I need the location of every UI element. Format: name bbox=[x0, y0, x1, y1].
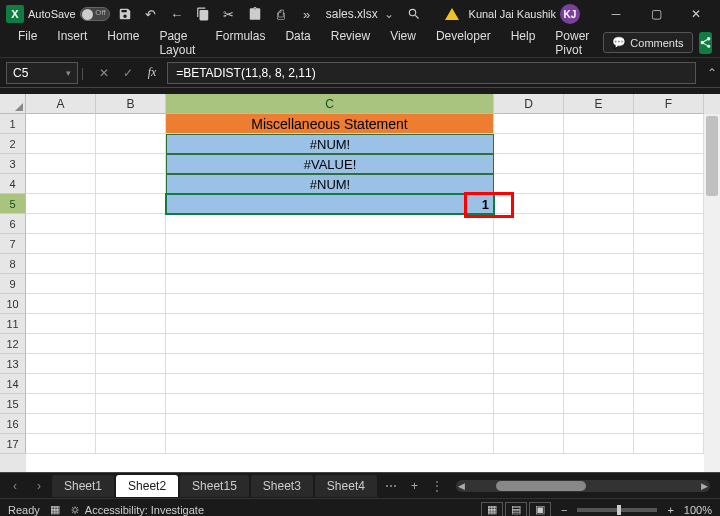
cell-C3[interactable]: #VALUE! bbox=[166, 154, 494, 174]
cell-F9[interactable] bbox=[634, 274, 704, 294]
cell-F2[interactable] bbox=[634, 134, 704, 154]
row-header-10[interactable]: 10 bbox=[0, 294, 26, 314]
cell-D8[interactable] bbox=[494, 254, 564, 274]
menu-file[interactable]: File bbox=[8, 25, 47, 61]
paste-icon[interactable] bbox=[244, 3, 266, 25]
zoom-out-button[interactable]: − bbox=[561, 504, 567, 516]
cell-F10[interactable] bbox=[634, 294, 704, 314]
col-header-A[interactable]: A bbox=[26, 94, 96, 114]
cell-C1[interactable]: Miscellaneous Statement bbox=[166, 114, 494, 134]
accessibility-status[interactable]: ⛭ Accessibility: Investigate bbox=[70, 504, 204, 516]
cell-E15[interactable] bbox=[564, 394, 634, 414]
cell-B7[interactable] bbox=[96, 234, 166, 254]
cell-D14[interactable] bbox=[494, 374, 564, 394]
autosave-toggle[interactable]: AutoSave Off bbox=[28, 7, 110, 21]
cell-F13[interactable] bbox=[634, 354, 704, 374]
cell-F6[interactable] bbox=[634, 214, 704, 234]
share-button[interactable] bbox=[699, 32, 712, 54]
cell-B8[interactable] bbox=[96, 254, 166, 274]
vertical-scrollbar[interactable] bbox=[704, 114, 720, 472]
menu-insert[interactable]: Insert bbox=[47, 25, 97, 61]
menu-review[interactable]: Review bbox=[321, 25, 380, 61]
cell-A2[interactable] bbox=[26, 134, 96, 154]
cell-B4[interactable] bbox=[96, 174, 166, 194]
macro-icon[interactable]: ▦ bbox=[50, 503, 60, 516]
cancel-formula-button[interactable]: ✕ bbox=[93, 62, 115, 84]
cell-D9[interactable] bbox=[494, 274, 564, 294]
cell-E1[interactable] bbox=[564, 114, 634, 134]
menu-power-pivot[interactable]: Power Pivot bbox=[545, 25, 599, 61]
add-sheet-button[interactable]: + bbox=[405, 479, 424, 493]
cell-B13[interactable] bbox=[96, 354, 166, 374]
more-commands-icon[interactable]: » bbox=[296, 3, 318, 25]
cell-E3[interactable] bbox=[564, 154, 634, 174]
cell-C14[interactable] bbox=[166, 374, 494, 394]
row-header-7[interactable]: 7 bbox=[0, 234, 26, 254]
cell-C7[interactable] bbox=[166, 234, 494, 254]
tabs-overflow-button[interactable]: ⋯ bbox=[379, 479, 403, 493]
cell-B14[interactable] bbox=[96, 374, 166, 394]
cell-E6[interactable] bbox=[564, 214, 634, 234]
cell-E4[interactable] bbox=[564, 174, 634, 194]
cell-E16[interactable] bbox=[564, 414, 634, 434]
row-header-14[interactable]: 14 bbox=[0, 374, 26, 394]
row-header-15[interactable]: 15 bbox=[0, 394, 26, 414]
cell-A6[interactable] bbox=[26, 214, 96, 234]
cell-A8[interactable] bbox=[26, 254, 96, 274]
cell-B17[interactable] bbox=[96, 434, 166, 454]
cell-F14[interactable] bbox=[634, 374, 704, 394]
cell-A3[interactable] bbox=[26, 154, 96, 174]
accept-formula-button[interactable]: ✓ bbox=[117, 62, 139, 84]
cell-C13[interactable] bbox=[166, 354, 494, 374]
undo-icon[interactable]: ↶ bbox=[140, 3, 162, 25]
toggle-switch-icon[interactable]: Off bbox=[80, 7, 110, 21]
cell-D6[interactable] bbox=[494, 214, 564, 234]
cell-A13[interactable] bbox=[26, 354, 96, 374]
tab-prev-button[interactable]: ‹ bbox=[4, 476, 26, 496]
col-header-E[interactable]: E bbox=[564, 94, 634, 114]
col-header-C[interactable]: C bbox=[166, 94, 494, 114]
menu-data[interactable]: Data bbox=[275, 25, 320, 61]
cell-F12[interactable] bbox=[634, 334, 704, 354]
cell-E2[interactable] bbox=[564, 134, 634, 154]
zoom-in-button[interactable]: + bbox=[667, 504, 673, 516]
row-header-6[interactable]: 6 bbox=[0, 214, 26, 234]
cell-D13[interactable] bbox=[494, 354, 564, 374]
zoom-slider[interactable] bbox=[577, 508, 657, 512]
cell-A11[interactable] bbox=[26, 314, 96, 334]
comments-button[interactable]: 💬 Comments bbox=[603, 32, 692, 53]
row-header-3[interactable]: 3 bbox=[0, 154, 26, 174]
tab-options-button[interactable]: ⋮ bbox=[426, 476, 448, 496]
cell-C9[interactable] bbox=[166, 274, 494, 294]
cell-E12[interactable] bbox=[564, 334, 634, 354]
cell-E14[interactable] bbox=[564, 374, 634, 394]
cell-A15[interactable] bbox=[26, 394, 96, 414]
tab-next-button[interactable]: › bbox=[28, 476, 50, 496]
cell-C6[interactable] bbox=[166, 214, 494, 234]
row-header-9[interactable]: 9 bbox=[0, 274, 26, 294]
menu-home[interactable]: Home bbox=[97, 25, 149, 61]
cell-A16[interactable] bbox=[26, 414, 96, 434]
cell-B2[interactable] bbox=[96, 134, 166, 154]
cell-A1[interactable] bbox=[26, 114, 96, 134]
cell-F8[interactable] bbox=[634, 254, 704, 274]
sheet-tab-sheet15[interactable]: Sheet15 bbox=[180, 475, 249, 497]
search-icon[interactable] bbox=[403, 3, 425, 25]
cell-B9[interactable] bbox=[96, 274, 166, 294]
maximize-button[interactable]: ▢ bbox=[638, 0, 674, 28]
cell-F5[interactable] bbox=[634, 194, 704, 214]
cell-A17[interactable] bbox=[26, 434, 96, 454]
cell-C10[interactable] bbox=[166, 294, 494, 314]
cell-A7[interactable] bbox=[26, 234, 96, 254]
sheet-tab-sheet3[interactable]: Sheet3 bbox=[251, 475, 313, 497]
save-icon[interactable] bbox=[114, 3, 136, 25]
cell-F7[interactable] bbox=[634, 234, 704, 254]
cell-D17[interactable] bbox=[494, 434, 564, 454]
cell-A12[interactable] bbox=[26, 334, 96, 354]
cell-D16[interactable] bbox=[494, 414, 564, 434]
cell-B15[interactable] bbox=[96, 394, 166, 414]
menu-developer[interactable]: Developer bbox=[426, 25, 501, 61]
cell-B6[interactable] bbox=[96, 214, 166, 234]
cell-F4[interactable] bbox=[634, 174, 704, 194]
page-break-view-button[interactable]: ▣ bbox=[529, 502, 551, 517]
